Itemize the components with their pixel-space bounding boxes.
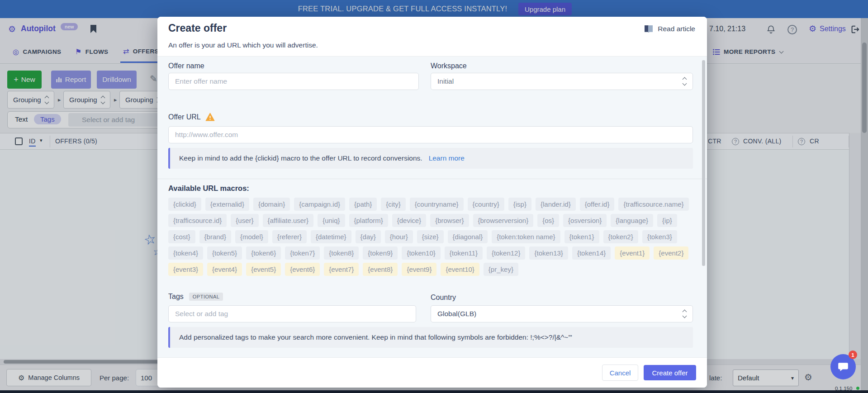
- clickid-note-text: Keep in mind to add the {clickid} macro …: [179, 154, 422, 162]
- offer-url-label-row: Offer URL: [168, 113, 215, 121]
- macro-chip[interactable]: {hour}: [385, 230, 413, 243]
- macro-chip[interactable]: {event9}: [402, 263, 436, 276]
- macro-chip[interactable]: {platform}: [349, 214, 388, 227]
- chat-bubble-icon: [837, 361, 849, 373]
- tags-note-text: Add personalized tags to make your searc…: [179, 333, 572, 341]
- macro-chip[interactable]: {event10}: [441, 263, 479, 276]
- country-select-value: Global(GLB): [437, 310, 476, 318]
- macro-chip[interactable]: {event5}: [246, 263, 281, 276]
- macro-chip[interactable]: {browserversion}: [473, 214, 534, 227]
- macro-chip[interactable]: {token8}: [324, 246, 359, 260]
- modal-title: Create offer: [168, 22, 227, 34]
- macro-chip[interactable]: {uniq}: [318, 214, 345, 227]
- macro-chip[interactable]: {browser}: [430, 214, 469, 227]
- macro-chip[interactable]: {trafficsource.name}: [618, 198, 688, 211]
- macro-chip[interactable]: {token:token name}: [492, 230, 560, 243]
- macro-chip[interactable]: {token5}: [207, 246, 242, 260]
- macro-chip[interactable]: {token7}: [285, 246, 320, 260]
- country-label: Country: [431, 294, 456, 302]
- chevron-updown-icon: [683, 78, 686, 85]
- macro-chip[interactable]: {token11}: [445, 246, 483, 260]
- macro-chip[interactable]: {token2}: [603, 230, 638, 243]
- optional-badge: OPTIONAL: [189, 293, 223, 301]
- clickid-note-callout: Keep in mind to add the {clickid} macro …: [168, 148, 693, 169]
- macro-chip[interactable]: {path}: [349, 198, 377, 211]
- tags-input[interactable]: [168, 305, 416, 322]
- macro-chip[interactable]: {token14}: [572, 246, 611, 260]
- macro-chip[interactable]: {user}: [231, 214, 258, 227]
- modal-scrollbar-thumb[interactable]: [702, 60, 705, 266]
- offer-url-label: Offer URL: [168, 113, 201, 121]
- modal-footer: Cancel Create offer: [157, 357, 707, 388]
- book-icon: [644, 25, 654, 33]
- macro-chip[interactable]: {device}: [392, 214, 426, 227]
- macro-chip[interactable]: {size}: [417, 230, 444, 243]
- country-select[interactable]: Global(GLB): [431, 305, 693, 322]
- chat-notification-badge: 1: [849, 350, 857, 359]
- screen: FREE TRIAL. UPGRADE & GET FULL ACCESS IN…: [0, 0, 868, 393]
- macro-chip[interactable]: {brand}: [199, 230, 231, 243]
- macro-chip[interactable]: {event6}: [285, 263, 320, 276]
- tags-label: Tags: [168, 293, 184, 301]
- workspace-select[interactable]: Initial: [431, 73, 693, 90]
- macro-chip[interactable]: {diagonal}: [448, 230, 488, 243]
- cancel-button[interactable]: Cancel: [602, 365, 638, 381]
- modal-body: Offer name Workspace Initial Offer URL K…: [157, 57, 707, 357]
- macro-chip[interactable]: {affiliate.user}: [263, 214, 314, 227]
- macro-chip[interactable]: {language}: [611, 214, 653, 227]
- learn-more-link[interactable]: Learn more: [429, 154, 465, 162]
- macro-chip[interactable]: {token3}: [642, 230, 677, 243]
- chevron-updown-icon: [683, 310, 686, 317]
- macro-chip[interactable]: {countryname}: [410, 198, 464, 211]
- read-article-link[interactable]: Read article: [644, 25, 695, 33]
- create-offer-button[interactable]: Create offer: [644, 365, 696, 380]
- macro-chip[interactable]: {token9}: [363, 246, 398, 260]
- macro-chip[interactable]: {ip}: [657, 214, 677, 227]
- modal-header: Create offer An offer is your ad URL whi…: [157, 17, 707, 57]
- macro-chip[interactable]: {day}: [356, 230, 381, 243]
- macro-chip[interactable]: {isp}: [508, 198, 531, 211]
- macro-chip[interactable]: {token10}: [402, 246, 440, 260]
- macro-chip[interactable]: {datetime}: [311, 230, 351, 243]
- workspace-select-value: Initial: [437, 77, 454, 85]
- workspace-label: Workspace: [431, 62, 467, 70]
- macro-chip[interactable]: {cost}: [168, 230, 195, 243]
- macro-chip[interactable]: {token6}: [246, 246, 281, 260]
- macro-chip[interactable]: {clickid}: [168, 198, 201, 211]
- macro-chip[interactable]: {event3}: [168, 263, 203, 276]
- macro-chip[interactable]: {event8}: [363, 263, 398, 276]
- offer-url-input[interactable]: [168, 126, 693, 143]
- read-article-label: Read article: [658, 25, 695, 33]
- macro-chip[interactable]: {token1}: [564, 230, 599, 243]
- tags-label-row: Tags OPTIONAL: [168, 293, 223, 301]
- macro-chip[interactable]: {pr_key}: [484, 263, 518, 276]
- macros-title: Available URL macros:: [168, 184, 249, 193]
- macro-chip[interactable]: {token12}: [487, 246, 525, 260]
- section-divider: [157, 179, 707, 179]
- macro-chip[interactable]: {event2}: [654, 246, 688, 260]
- macro-chip[interactable]: {trafficsource.id}: [168, 214, 227, 227]
- macro-chip[interactable]: {token13}: [529, 246, 568, 260]
- macro-chip[interactable]: {city}: [381, 198, 406, 211]
- macro-chip[interactable]: {country}: [468, 198, 504, 211]
- macro-chip[interactable]: {offer.id}: [580, 198, 615, 211]
- macro-chip[interactable]: {event1}: [615, 246, 650, 260]
- macro-chip[interactable]: {event4}: [207, 263, 242, 276]
- macro-chip[interactable]: {externalid}: [205, 198, 249, 211]
- macro-chip[interactable]: {os}: [537, 214, 559, 227]
- macro-chip[interactable]: {token4}: [168, 246, 203, 260]
- create-offer-modal: Create offer An offer is your ad URL whi…: [157, 17, 707, 388]
- modal-subtitle: An offer is your ad URL which you will a…: [168, 41, 318, 49]
- macro-chip[interactable]: {campaign.id}: [294, 198, 345, 211]
- tags-note-callout: Add personalized tags to make your searc…: [168, 327, 693, 348]
- macro-chip[interactable]: {osversion}: [563, 214, 607, 227]
- macro-chip[interactable]: {lander.id}: [536, 198, 576, 211]
- macro-chip[interactable]: {referer}: [272, 230, 307, 243]
- warning-icon: [205, 113, 215, 121]
- offer-name-input[interactable]: [168, 73, 419, 90]
- macro-chip[interactable]: {model}: [235, 230, 268, 243]
- macro-chip[interactable]: {event7}: [324, 263, 359, 276]
- macro-chip[interactable]: {domain}: [253, 198, 290, 211]
- macro-chip-list: {clickid}{externalid}{domain}{campaign.i…: [168, 198, 695, 276]
- offer-name-label: Offer name: [168, 62, 204, 70]
